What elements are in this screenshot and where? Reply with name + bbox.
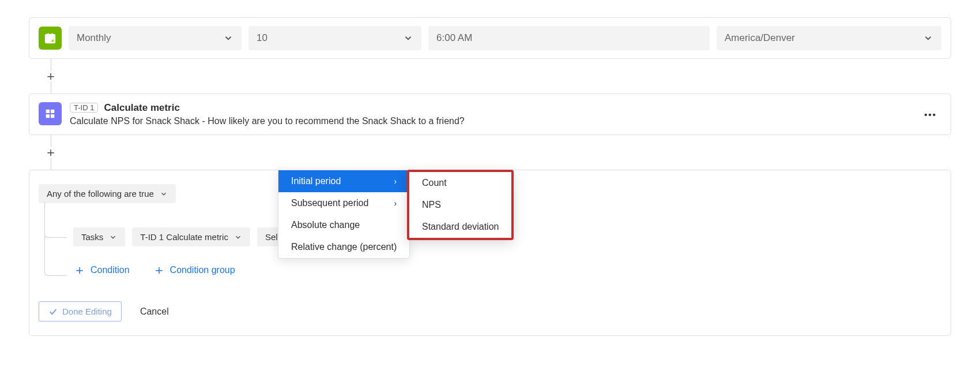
chevron-down-icon (109, 233, 117, 241)
add-step-button[interactable]: ＋ (45, 70, 56, 82)
frequency-select[interactable]: Monthly (69, 26, 242, 50)
day-value: 10 (257, 32, 267, 44)
plus-icon: ＋ (153, 264, 165, 276)
editor-footer: Done Editing Cancel (39, 301, 941, 322)
svg-rect-5 (46, 110, 50, 113)
plus-icon: ＋ (73, 264, 86, 276)
condition-task-select[interactable]: T-ID 1 Calculate metric (132, 227, 250, 246)
tree-connector (44, 203, 73, 278)
cancel-button[interactable]: Cancel (140, 307, 169, 317)
calculator-icon (39, 102, 62, 125)
time-value: 6:00 AM (436, 32, 472, 44)
timezone-select[interactable]: America/Denver (717, 26, 941, 50)
done-editing-button[interactable]: Done Editing (39, 301, 122, 322)
chevron-down-icon (923, 33, 933, 43)
add-condition-button[interactable]: ＋ Condition (73, 264, 130, 276)
submenu-item-nps[interactable]: NPS (409, 194, 511, 216)
chevron-down-icon (160, 190, 168, 198)
timezone-value: America/Denver (725, 32, 795, 44)
connector: ＋ (29, 59, 951, 94)
frequency-value: Monthly (77, 32, 111, 44)
condition-source-select[interactable]: Tasks (73, 227, 125, 246)
menu-item-subsequent-period[interactable]: Subsequent period › (278, 192, 409, 214)
chevron-down-icon (223, 33, 233, 43)
schedule-card: Monthly 10 6:00 AM America/Denver (29, 17, 951, 59)
chevron-down-icon (234, 233, 242, 241)
chevron-right-icon: › (394, 199, 397, 208)
submenu-item-count[interactable]: Count (409, 172, 511, 194)
menu-item-initial-period[interactable]: Initial period › (278, 170, 409, 192)
add-condition-group-button[interactable]: ＋ Condition group (153, 264, 235, 276)
time-select[interactable]: 6:00 AM (428, 26, 710, 50)
connector: ＋ (29, 135, 951, 170)
menu-item-absolute-change[interactable]: Absolute change (278, 214, 409, 236)
task-title: Calculate metric (104, 102, 180, 113)
task-more-menu[interactable]: ••• (924, 110, 937, 119)
day-select[interactable]: 10 (248, 26, 421, 50)
submenu-item-stddev[interactable]: Standard deviation (409, 216, 511, 238)
task-id-badge: T-ID 1 (70, 103, 98, 113)
condition-group-mode[interactable]: Any of the following are true (39, 184, 176, 203)
add-step-button[interactable]: ＋ (45, 147, 56, 158)
option-submenu: Count NPS Standard deviation (407, 170, 514, 240)
svg-rect-8 (51, 114, 54, 118)
check-icon (48, 307, 58, 316)
chevron-right-icon: › (394, 177, 397, 186)
schedule-calendar-icon (39, 27, 62, 50)
task-description: Calculate NPS for Snack Shack - How like… (70, 116, 941, 126)
menu-item-relative-change[interactable]: Relative change (percent) (278, 236, 409, 258)
metric-task-card: T-ID 1 Calculate metric Calculate NPS fo… (29, 94, 951, 135)
chevron-down-icon (403, 33, 413, 43)
option-menu: Initial period › Subsequent period › Abs… (278, 170, 410, 259)
svg-rect-6 (51, 110, 54, 113)
svg-rect-7 (46, 114, 50, 118)
